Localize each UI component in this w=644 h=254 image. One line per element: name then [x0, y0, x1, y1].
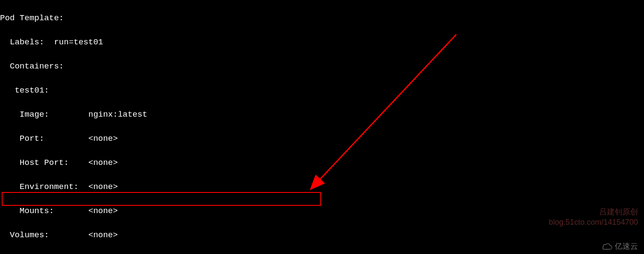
port-line: Port: <none>	[0, 133, 644, 145]
host-port-line: Host Port: <none>	[0, 157, 644, 169]
container-name-line: test01:	[0, 84, 644, 96]
terminal-output: Pod Template: Labels: run=test01 Contain…	[0, 0, 644, 254]
image-line: Image: nginx:latest	[0, 108, 644, 121]
labels-line: Labels: run=test01	[0, 36, 644, 48]
pod-template-header: Pod Template:	[0, 12, 644, 24]
volumes-line: Volumes: <none>	[0, 229, 644, 241]
mounts-line: Mounts: <none>	[0, 205, 644, 217]
containers-line: Containers:	[0, 60, 644, 72]
environment-line: Environment: <none>	[0, 181, 644, 193]
